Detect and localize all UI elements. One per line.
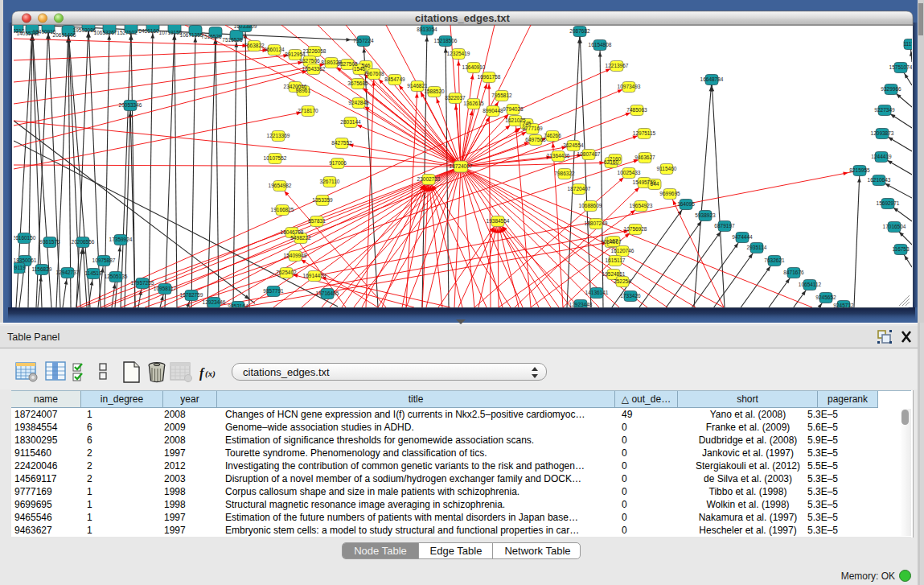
svg-text:f: f (199, 366, 205, 381)
svg-text:917006: 917006 (329, 160, 347, 166)
svg-text:9474444: 9474444 (732, 234, 753, 240)
svg-text:1156829: 1156829 (32, 266, 52, 272)
svg-text:16046798: 16046798 (281, 229, 304, 235)
svg-text:9660124: 9660124 (264, 47, 285, 52)
svg-text:23226058: 23226058 (303, 48, 326, 54)
svg-text:164095: 164095 (677, 201, 695, 207)
svg-text:16154808: 16154808 (589, 42, 612, 47)
svg-text:19503086: 19503086 (73, 27, 97, 33)
svg-text:9857791: 9857791 (263, 288, 284, 294)
svg-text:(x): (x) (205, 369, 216, 379)
svg-text:10688609: 10688609 (579, 203, 602, 208)
svg-text:19654923: 19654923 (630, 203, 653, 208)
svg-text:7515526: 7515526 (201, 34, 222, 39)
svg-text:1615117: 1615117 (606, 257, 626, 263)
svg-text:9327506: 9327506 (299, 58, 320, 64)
svg-text:12213967: 12213967 (606, 63, 629, 68)
svg-text:3624554: 3624554 (563, 142, 584, 148)
svg-text:9115460: 9115460 (657, 166, 677, 171)
svg-text:21364436: 21364436 (547, 153, 570, 159)
svg-text:7485063: 7485063 (626, 107, 647, 113)
svg-text:1353359: 1353359 (312, 197, 333, 203)
svg-text:18720407: 18720407 (568, 186, 591, 192)
svg-text:3675685: 3675685 (347, 80, 368, 86)
svg-text:5938923: 5938923 (695, 212, 716, 218)
svg-text:9361573: 9361573 (39, 239, 60, 245)
svg-text:10975887: 10975887 (92, 257, 116, 263)
svg-text:26160150: 26160150 (13, 235, 36, 241)
svg-text:10973493: 10973493 (618, 84, 641, 89)
svg-text:252254: 252254 (614, 278, 631, 284)
svg-text:8471676: 8471676 (783, 270, 804, 275)
svg-text:116753: 116753 (892, 246, 910, 252)
svg-text:20206556: 20206556 (72, 239, 95, 245)
svg-text:7357224: 7357224 (353, 38, 374, 43)
svg-text:12923448: 12923448 (569, 302, 593, 307)
svg-text:14136141: 14136141 (585, 290, 609, 295)
svg-text:98961: 98961 (296, 88, 310, 93)
svg-text:15218506: 15218506 (434, 38, 458, 43)
svg-text:9245652: 9245652 (815, 295, 836, 300)
svg-text:10671355: 10671355 (180, 32, 203, 38)
svg-text:114519: 114519 (84, 270, 102, 276)
svg-text:2160: 2160 (610, 156, 622, 162)
svg-text:6466160: 6466160 (138, 28, 159, 34)
svg-text:1527602: 1527602 (117, 30, 138, 35)
svg-text:15751074: 15751074 (889, 64, 913, 70)
svg-text:18807249: 18807249 (585, 220, 608, 226)
svg-text:16914479: 16914479 (303, 273, 326, 278)
svg-text:9463627: 9463627 (634, 154, 655, 160)
svg-text:7632621: 7632621 (764, 257, 785, 263)
svg-text:8322037: 8322037 (445, 95, 466, 101)
svg-text:12325419: 12325419 (447, 51, 470, 56)
svg-text:16961758: 16961758 (478, 74, 501, 80)
svg-text:10654112: 10654112 (799, 282, 822, 287)
svg-text:20691406: 20691406 (53, 32, 76, 38)
svg-text:7955812: 7955812 (491, 93, 512, 98)
svg-text:10025433: 10025433 (618, 170, 641, 175)
svg-text:citations_edges.txt: citations_edges.txt (415, 12, 510, 24)
svg-text:1362615: 1362615 (463, 101, 484, 106)
svg-text:9794028: 9794028 (503, 106, 524, 112)
svg-text:20053346: 20053346 (119, 102, 142, 108)
svg-text:10719155: 10719155 (159, 30, 183, 35)
svg-text:12942737: 12942737 (56, 270, 80, 275)
svg-text:9777169: 9777169 (522, 126, 543, 131)
svg-text:12975115: 12975115 (633, 130, 656, 136)
svg-text:17957255: 17957255 (131, 280, 154, 286)
svg-text:1244419: 1244419 (871, 154, 892, 159)
svg-text:16120746: 16120746 (611, 248, 634, 253)
svg-text:15409948: 15409948 (284, 253, 307, 258)
svg-text:9329966: 9329966 (881, 86, 901, 92)
svg-text:9242848: 9242848 (348, 100, 369, 105)
svg-text:10756928: 10756928 (624, 226, 647, 232)
svg-text:12213369: 12213369 (267, 133, 290, 138)
svg-text:2967608: 2967608 (363, 71, 384, 76)
svg-text:15716485: 15716485 (316, 290, 339, 296)
svg-text:18350061: 18350061 (14, 257, 37, 263)
svg-text:10807487: 10807487 (577, 151, 601, 157)
svg-text:9699695: 9699695 (659, 191, 680, 196)
svg-text:12923446: 12923446 (203, 299, 226, 305)
svg-text:18724007: 18724007 (450, 163, 473, 169)
svg-text:16210643: 16210643 (868, 177, 891, 183)
svg-text:6879197: 6879197 (714, 223, 735, 229)
svg-text:2718170: 2718170 (298, 108, 318, 113)
svg-text:16782759: 16782759 (180, 292, 203, 298)
svg-text:10958117: 10958117 (154, 286, 177, 291)
svg-text:8813054: 8813054 (417, 27, 437, 32)
svg-text:1733426: 1733426 (620, 293, 641, 299)
svg-text:17359924: 17359924 (109, 237, 133, 242)
svg-text:2803144: 2803144 (340, 119, 361, 125)
svg-text:17016504: 17016504 (883, 224, 906, 229)
svg-text:5498222: 5498222 (290, 235, 311, 241)
svg-text:1588520: 1588520 (424, 89, 445, 94)
svg-text:8427552: 8427552 (331, 140, 352, 146)
svg-text:15692971: 15692971 (877, 200, 900, 206)
svg-text:10107552: 10107552 (264, 155, 287, 161)
svg-text:7663822: 7663822 (244, 43, 265, 48)
svg-text:644: 644 (651, 181, 659, 187)
svg-text:857831: 857831 (308, 218, 326, 224)
svg-text:9146821: 9146821 (407, 83, 428, 89)
svg-text:13640910: 13640910 (462, 64, 486, 70)
